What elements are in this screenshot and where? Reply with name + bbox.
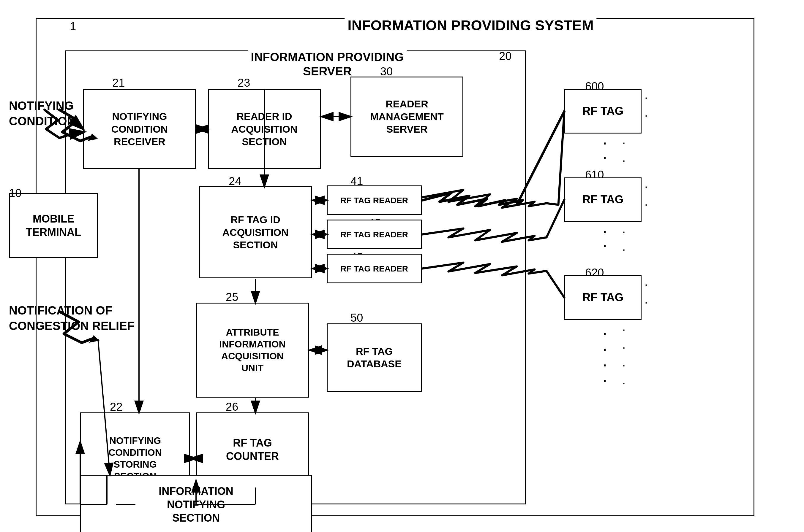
rf-tag-reader-43-box: RF TAG READER: [327, 254, 422, 283]
dots-below: ····: [603, 326, 606, 389]
reader-id-acquisition-box: READER ID ACQUISITION SECTION: [208, 89, 321, 169]
ref-num-25: 25: [226, 291, 238, 304]
rf-tag-600-box: RF TAG: [564, 89, 642, 134]
ref-num-50: 50: [350, 311, 363, 324]
colon-right-610: ··: [644, 177, 648, 213]
colon-600: ··: [622, 134, 625, 169]
colon-right-600: ··: [644, 89, 648, 124]
ref-num-24: 24: [229, 175, 241, 188]
dots-610: ··: [603, 225, 606, 254]
ref-num-26: 26: [226, 401, 238, 413]
reader-management-server-box: READER MANAGEMENT SERVER: [350, 77, 463, 157]
ref-num-22: 22: [110, 401, 122, 413]
colon-620: ····: [622, 320, 625, 392]
colon-right-620: ··: [644, 276, 648, 311]
ref-num-30: 30: [380, 65, 392, 78]
dots-600: ··: [603, 136, 606, 165]
system-title: INFORMATION PROVIDING SYSTEM: [345, 17, 597, 34]
rf-tag-620-box: RF TAG: [564, 276, 642, 320]
mobile-terminal-box: MOBILE TERMINAL: [9, 193, 98, 258]
notifying-condition-label: NOTIFYING CONDITION: [9, 98, 75, 129]
rf-tag-reader-41-box: RF TAG READER: [327, 186, 422, 215]
info-notifying-section-box: INFORMATION NOTIFYING SECTION: [80, 475, 312, 532]
notifying-condition-receiver-box: NOTIFYING CONDITION RECEIVER: [83, 89, 196, 169]
ref-num-23: 23: [238, 77, 250, 89]
rf-tag-id-acquisition-box: RF TAG ID ACQUISITION SECTION: [199, 186, 312, 278]
diagram-container: INFORMATION PROVIDING SYSTEM 1 INFORMATI…: [0, 0, 804, 532]
ref-num-10: 10: [9, 187, 21, 200]
ref-num-1: 1: [70, 20, 76, 33]
ref-num-20: 20: [499, 50, 511, 63]
ref-num-21: 21: [112, 77, 125, 89]
rf-tag-database-box: RF TAG DATABASE: [327, 323, 422, 392]
rf-tag-reader-42-box: RF TAG READER: [327, 220, 422, 249]
colon-610: ··: [622, 223, 625, 258]
attribute-information-acquisition-box: ATTRIBUTE INFORMATION ACQUISITION UNIT: [196, 303, 309, 398]
rf-tag-610-box: RF TAG: [564, 177, 642, 222]
notification-congestion-label: NOTIFICATION OF CONGESTION RELIEF: [9, 303, 134, 334]
